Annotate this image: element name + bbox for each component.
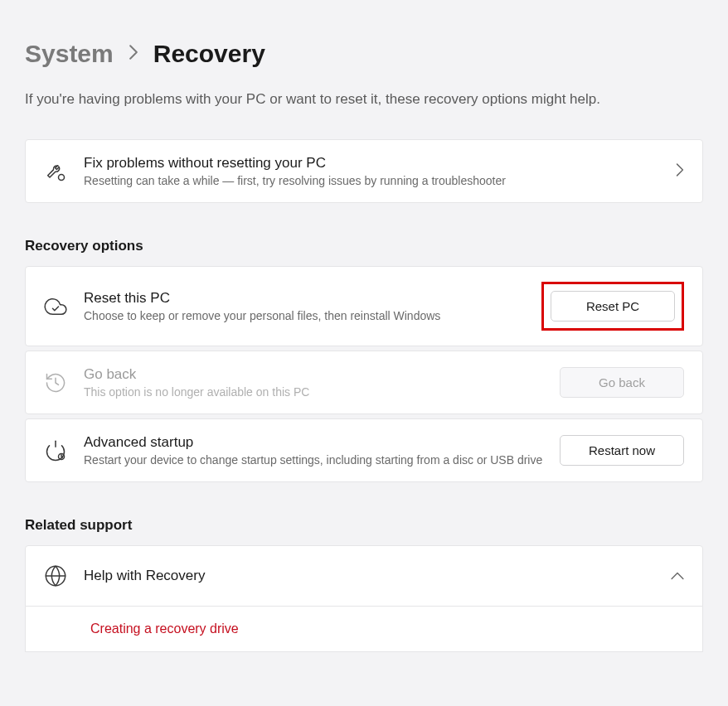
power-gear-icon [44,439,67,462]
card-body: Fix problems without resetting your PC R… [84,155,659,187]
cloud-reset-icon [44,295,67,318]
history-icon [44,371,67,394]
card-action: Go back [560,367,684,398]
chevron-right-icon [676,163,684,179]
breadcrumb-parent[interactable]: System [25,40,114,68]
card-action: Restart now [560,435,684,466]
card-title: Go back [84,366,543,383]
page-description: If you're having problems with your PC o… [0,68,728,108]
breadcrumb-current: Recovery [153,40,265,68]
restart-now-button[interactable]: Restart now [560,435,684,466]
go-back-button: Go back [560,367,684,398]
advanced-startup-card: Advanced startup Restart your device to … [25,418,703,482]
card-body: Advanced startup Restart your device to … [84,434,543,467]
card-subtitle: Restart your device to change startup se… [84,453,543,467]
go-back-card: Go back This option is no longer availab… [25,351,703,414]
globe-icon [44,564,67,588]
card-title: Advanced startup [84,434,543,451]
reset-pc-card: Reset this PC Choose to keep or remove y… [25,266,703,346]
related-support-heading: Related support [0,482,728,545]
help-sub-card: Creating a recovery drive [25,607,703,652]
card-subtitle: Choose to keep or remove your personal f… [84,309,525,322]
card-title: Fix problems without resetting your PC [84,155,659,172]
card-title: Help with Recovery [84,568,654,584]
card-subtitle: This option is no longer available on th… [84,385,543,399]
card-body: Reset this PC Choose to keep or remove y… [84,290,525,322]
breadcrumb: System Recovery [0,0,728,68]
chevron-up-icon [671,569,684,583]
card-title: Reset this PC [84,290,525,307]
card-subtitle: Resetting can take a while — first, try … [84,174,659,187]
help-recovery-card[interactable]: Help with Recovery [25,545,703,607]
card-body: Go back This option is no longer availab… [84,366,543,399]
svg-point-0 [59,174,65,180]
recovery-drive-link[interactable]: Creating a recovery drive [90,621,239,636]
recovery-options-heading: Recovery options [0,203,728,266]
wrench-icon [44,160,67,183]
fix-problems-card[interactable]: Fix problems without resetting your PC R… [25,139,703,203]
chevron-right-icon [129,45,138,64]
reset-pc-button[interactable]: Reset PC [551,291,675,322]
reset-pc-highlight: Reset PC [541,282,684,331]
